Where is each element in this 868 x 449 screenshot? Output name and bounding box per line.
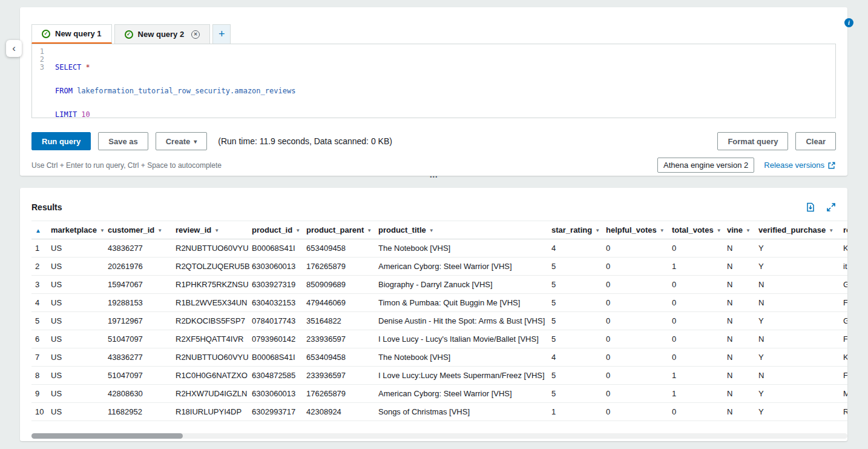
column-header-total-votes[interactable]: total_votes▼ xyxy=(669,221,725,239)
column-header-product-title[interactable]: product_title▼ xyxy=(376,221,549,239)
table-cell: Y xyxy=(756,403,841,421)
table-cell: 0 xyxy=(603,348,669,367)
export-results-button[interactable] xyxy=(806,202,815,212)
close-tab-icon[interactable]: ✕ xyxy=(191,30,200,39)
table-cell: N xyxy=(725,294,756,312)
horizontal-scrollbar[interactable] xyxy=(31,433,847,439)
table-row: 9US42808630R2HXW7UD4IGZLN630306001317626… xyxy=(31,385,847,403)
table-cell: US xyxy=(48,367,105,385)
column-header-re-truncated[interactable]: re▼ xyxy=(841,221,847,239)
sql-code[interactable]: SELECT * FROM lakeformation_tutorial_row… xyxy=(51,44,835,118)
release-versions-link[interactable]: Release versions xyxy=(764,161,836,170)
run-stats: (Run time: 11.9 seconds, Data scanned: 0… xyxy=(218,136,392,146)
table-cell: 43836277 xyxy=(105,348,173,367)
table-cell: 42808630 xyxy=(105,385,173,403)
column-menu-icon[interactable]: ▼ xyxy=(660,228,665,233)
table-cell: 35164822 xyxy=(304,312,376,330)
column-header-product-parent[interactable]: product_parent▼ xyxy=(304,221,376,239)
table-cell: G xyxy=(841,276,847,294)
table-cell: 4 xyxy=(549,239,603,258)
tab-new-query-2[interactable]: ✓ New query 2 ✕ xyxy=(114,24,211,44)
row-number-cell: 4 xyxy=(31,294,48,312)
save-as-button[interactable]: Save as xyxy=(98,132,148,150)
table-cell: R1C0H0G6NATZXO xyxy=(173,367,249,385)
row-number-cell: 9 xyxy=(31,385,48,403)
table-cell: N xyxy=(756,330,841,348)
clear-button[interactable]: Clear xyxy=(795,132,836,150)
chevron-down-icon: ▾ xyxy=(194,138,197,145)
code-line: SELECT * xyxy=(55,64,835,72)
sort-column-header[interactable]: ▲ xyxy=(31,221,48,239)
column-header-verified-purchase[interactable]: verified_purchase▼ xyxy=(756,221,841,239)
panel-resize-handle[interactable]: ⋯ xyxy=(430,171,439,181)
add-tab-button[interactable]: + xyxy=(212,24,231,44)
row-number-cell: 7 xyxy=(31,348,48,367)
column-menu-icon[interactable]: ▼ xyxy=(746,228,751,233)
info-icon[interactable]: i xyxy=(844,18,853,27)
scrollbar-thumb[interactable] xyxy=(31,433,183,439)
table-cell: 0 xyxy=(669,403,725,421)
column-header-vine[interactable]: vine▼ xyxy=(725,221,756,239)
table-row: 1US43836277R2NUBTTUO60VYUB00068S41I65340… xyxy=(31,239,847,258)
table-cell: 0 xyxy=(669,312,725,330)
table-cell: Fi xyxy=(841,294,847,312)
table-cell: US xyxy=(48,403,105,421)
table-cell: 0 xyxy=(669,276,725,294)
table-row: 3US15947067R1PHKR75RKZNSU630392731985090… xyxy=(31,276,847,294)
run-query-button[interactable]: Run query xyxy=(31,132,91,150)
column-header-review-id[interactable]: review_id▼ xyxy=(173,221,249,239)
column-menu-icon[interactable]: ▼ xyxy=(595,228,600,233)
column-menu-icon[interactable]: ▼ xyxy=(717,228,722,233)
column-header-customer-id[interactable]: customer_id▼ xyxy=(105,221,173,239)
column-menu-icon[interactable]: ▼ xyxy=(367,228,372,233)
collapse-panel-button[interactable]: ‹ xyxy=(6,40,22,57)
keyboard-hint: Use Ctrl + Enter to run query, Ctrl + Sp… xyxy=(31,161,222,170)
create-button[interactable]: Create ▾ xyxy=(156,132,208,150)
table-cell: R2NUBTTUO60VYU xyxy=(173,348,249,367)
table-cell: US xyxy=(48,385,105,403)
tab-new-query-1[interactable]: ✓ New query 1 xyxy=(31,24,112,44)
table-cell: 233936597 xyxy=(304,367,376,385)
column-header-product-id[interactable]: product_id▼ xyxy=(249,221,304,239)
table-cell: Timon & Pumbaa: Quit Buggin Me [VHS] xyxy=(376,294,549,312)
table-cell: R1PHKR75RKZNSU xyxy=(173,276,249,294)
table-cell: N xyxy=(725,239,756,258)
editor-footer: Use Ctrl + Enter to run query, Ctrl + Sp… xyxy=(31,158,836,173)
sort-ascending-icon[interactable]: ▲ xyxy=(35,227,41,234)
table-header-row: ▲ marketplace▼ customer_id▼ review_id▼ p… xyxy=(31,221,847,239)
column-menu-icon[interactable]: ▼ xyxy=(100,228,105,233)
table-cell: 0 xyxy=(603,294,669,312)
table-cell: R2QTOLZUQERU5B xyxy=(173,258,249,276)
sql-editor[interactable]: 1 2 3 SELECT * FROM lakeformation_tutori… xyxy=(31,44,836,118)
format-query-button[interactable]: Format query xyxy=(717,132,788,150)
table-cell: R2DKOCIBS5FSP7 xyxy=(173,312,249,330)
table-cell: 1 xyxy=(669,385,725,403)
column-menu-icon[interactable]: ▼ xyxy=(157,228,162,233)
table-cell: 1 xyxy=(549,403,603,421)
table-cell: 1 xyxy=(669,258,725,276)
row-number-cell: 6 xyxy=(31,330,48,348)
table-cell: 0793960142 xyxy=(249,330,304,348)
row-number-cell: 1 xyxy=(31,239,48,258)
table-cell: Y xyxy=(756,348,841,367)
column-header-star-rating[interactable]: star_rating▼ xyxy=(549,221,603,239)
table-cell: 6304872585 xyxy=(249,367,304,385)
expand-results-button[interactable] xyxy=(826,202,836,212)
column-menu-icon[interactable]: ▼ xyxy=(429,228,434,233)
column-menu-icon[interactable]: ▼ xyxy=(295,228,300,233)
table-cell: 6303060013 xyxy=(249,385,304,403)
table-cell: B00068S41I xyxy=(249,239,304,258)
table-cell: Y xyxy=(756,258,841,276)
table-cell: N xyxy=(725,367,756,385)
table-cell: N xyxy=(725,258,756,276)
table-cell: 19288153 xyxy=(105,294,173,312)
table-cell: Kl xyxy=(841,348,847,367)
table-cell: US xyxy=(48,294,105,312)
column-header-marketplace[interactable]: marketplace▼ xyxy=(48,221,105,239)
table-cell: N xyxy=(725,385,756,403)
column-menu-icon[interactable]: ▼ xyxy=(214,228,219,233)
row-number-cell: 5 xyxy=(31,312,48,330)
column-menu-icon[interactable]: ▼ xyxy=(829,228,833,233)
table-cell: R xyxy=(841,403,847,421)
column-header-helpful-votes[interactable]: helpful_votes▼ xyxy=(603,221,669,239)
